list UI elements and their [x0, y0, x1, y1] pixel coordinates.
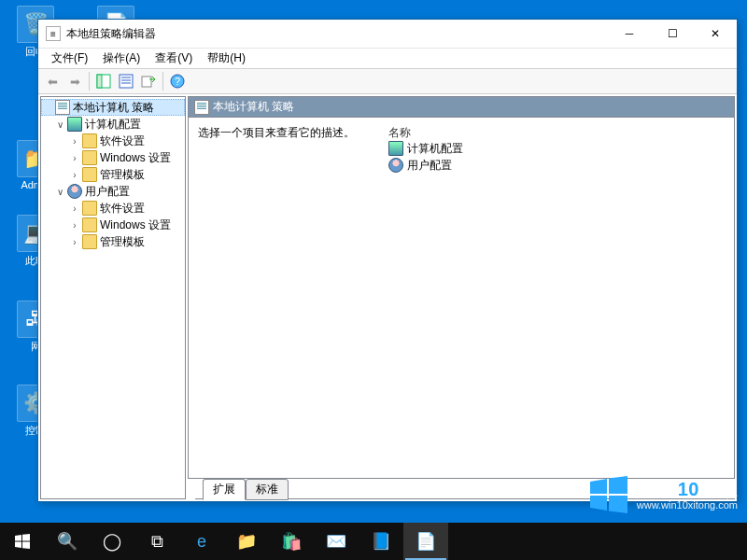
menu-action[interactable]: 操作(A) — [95, 49, 148, 68]
computer-icon — [67, 117, 82, 132]
tree-label: 用户配置 — [84, 184, 130, 200]
tree-label: 计算机配置 — [84, 117, 141, 133]
expand-icon[interactable]: › — [69, 170, 80, 180]
tree-node-windows-settings[interactable]: ›Windows 设置 — [41, 149, 185, 166]
tree-node-user-config[interactable]: ∨用户配置 — [41, 183, 185, 200]
watermark: Win10之家 www.win10xitong.com — [588, 474, 738, 515]
menu-file[interactable]: 文件(F) — [44, 49, 95, 68]
svg-marker-11 — [590, 496, 607, 511]
wm-url: www.win10xitong.com — [637, 499, 738, 511]
list-item-user-config[interactable]: 用户配置 — [385, 157, 728, 174]
expand-icon[interactable]: › — [69, 203, 80, 214]
tree-node-software-settings-user[interactable]: ›软件设置 — [41, 200, 185, 217]
list-item-label: 计算机配置 — [407, 141, 463, 157]
tree-node-software-settings[interactable]: ›软件设置 — [41, 133, 185, 149]
description-text: 选择一个项目来查看它的描述。 — [198, 125, 369, 141]
taskbar-gpedit-button[interactable]: 📄 — [403, 523, 448, 560]
toolbar-show-hide-tree-button[interactable] — [93, 71, 114, 91]
taskbar-store-button[interactable]: 🛍️ — [269, 523, 314, 560]
titlebar[interactable]: ≡ 本地组策略编辑器 ─ ☐ ✕ — [38, 20, 737, 48]
tree-label: 软件设置 — [99, 201, 145, 217]
tree-label: Windows 设置 — [99, 150, 171, 166]
tree-node-root[interactable]: ▾本地计算机 策略 — [41, 99, 185, 116]
description-column: 选择一个项目来查看它的描述。 — [189, 118, 378, 478]
svg-marker-16 — [22, 542, 30, 550]
policy-icon — [194, 100, 209, 115]
details-header-title: 本地计算机 策略 — [213, 99, 294, 115]
taskbar-taskview-button[interactable]: ⧉ — [134, 523, 179, 560]
expand-icon[interactable]: › — [69, 220, 80, 231]
tree-label: 本地计算机 策略 — [72, 100, 154, 116]
menu-view[interactable]: 查看(V) — [148, 49, 200, 68]
list-item-label: 用户配置 — [407, 158, 452, 174]
maximize-button[interactable]: ☐ — [651, 20, 694, 48]
toolbar-properties-button[interactable] — [116, 71, 136, 91]
toolbar: ⬅ ➡ ? — [38, 68, 737, 94]
toolbar-export-button[interactable] — [138, 71, 159, 91]
folder-icon — [82, 234, 97, 249]
taskbar-edge-button[interactable]: e — [179, 523, 224, 560]
collapse-icon[interactable]: ∨ — [54, 119, 65, 130]
svg-rect-6 — [142, 77, 151, 87]
tab-standard[interactable]: 标准 — [246, 479, 289, 500]
toolbar-help-button[interactable]: ? — [167, 71, 188, 91]
minimize-button[interactable]: ─ — [608, 20, 651, 48]
tree-node-admin-templates-user[interactable]: ›管理模板 — [41, 233, 185, 250]
collapse-icon[interactable]: ∨ — [54, 187, 65, 197]
expand-icon[interactable]: › — [69, 153, 80, 163]
tree-label: 软件设置 — [99, 133, 145, 149]
user-icon — [67, 184, 82, 199]
tab-extended[interactable]: 扩展 — [203, 479, 246, 500]
window-icon: ≡ — [46, 26, 61, 41]
folder-icon — [82, 201, 97, 216]
folder-icon — [82, 150, 97, 165]
tree-label: Windows 设置 — [99, 217, 171, 233]
tree-pane[interactable]: ▾本地计算机 策略 ∨计算机配置 ›软件设置 ›Windows 设置 ›管理模板… — [40, 96, 186, 499]
tree-label: 管理模板 — [99, 234, 145, 250]
policy-icon — [55, 100, 70, 115]
details-content: 选择一个项目来查看它的描述。 名称 计算机配置 用户配置 — [188, 117, 735, 479]
taskbar[interactable]: 🔍 ◯ ⧉ e 📁 🛍️ ✉️ 📘 📄 — [0, 523, 747, 560]
taskbar-app-button[interactable]: 📘 — [359, 523, 403, 560]
nav-forward-button: ➡ — [64, 71, 85, 91]
window-title: 本地组策略编辑器 — [66, 26, 608, 42]
wm-blue: 10 — [678, 479, 699, 499]
svg-text:?: ? — [175, 76, 180, 87]
svg-rect-2 — [120, 75, 133, 88]
menubar: 文件(F) 操作(A) 查看(V) 帮助(H) — [38, 48, 737, 68]
windows-logo-icon — [588, 474, 629, 515]
taskbar-search-button[interactable]: 🔍 — [45, 523, 90, 560]
toolbar-separator — [89, 72, 90, 91]
computer-icon — [388, 141, 403, 156]
menu-help[interactable]: 帮助(H) — [200, 49, 253, 68]
svg-marker-12 — [609, 496, 627, 513]
taskbar-cortana-button[interactable]: ◯ — [90, 523, 134, 560]
column-header-name[interactable]: 名称 — [385, 123, 728, 140]
svg-marker-13 — [15, 535, 21, 541]
tree-node-admin-templates[interactable]: ›管理模板 — [41, 166, 185, 183]
details-header: 本地计算机 策略 — [188, 96, 735, 117]
svg-marker-9 — [590, 479, 607, 494]
wm-suffix: 之家 — [699, 479, 738, 499]
folder-icon — [82, 167, 97, 182]
toolbar-separator — [162, 72, 163, 91]
list-column[interactable]: 名称 计算机配置 用户配置 — [378, 118, 734, 478]
taskbar-mail-button[interactable]: ✉️ — [314, 523, 359, 560]
taskbar-explorer-button[interactable]: 📁 — [224, 523, 269, 560]
folder-icon — [82, 133, 97, 148]
svg-marker-10 — [609, 476, 627, 494]
wm-prefix: Win — [642, 479, 678, 499]
start-button[interactable] — [0, 523, 45, 560]
tree-label: 管理模板 — [99, 167, 145, 183]
list-item-computer-config[interactable]: 计算机配置 — [385, 140, 728, 157]
tree-node-computer-config[interactable]: ∨计算机配置 — [41, 116, 185, 133]
nav-back-button: ⬅ — [42, 71, 63, 91]
user-icon — [388, 158, 403, 173]
expand-icon[interactable]: › — [69, 237, 80, 247]
expand-icon[interactable]: › — [69, 136, 80, 147]
folder-icon — [82, 217, 97, 232]
gpedit-window: ≡ 本地组策略编辑器 ─ ☐ ✕ 文件(F) 操作(A) 查看(V) 帮助(H)… — [37, 19, 738, 502]
close-button[interactable]: ✕ — [694, 20, 737, 48]
tree-node-windows-settings-user[interactable]: ›Windows 设置 — [41, 217, 185, 233]
svg-rect-1 — [97, 75, 102, 88]
